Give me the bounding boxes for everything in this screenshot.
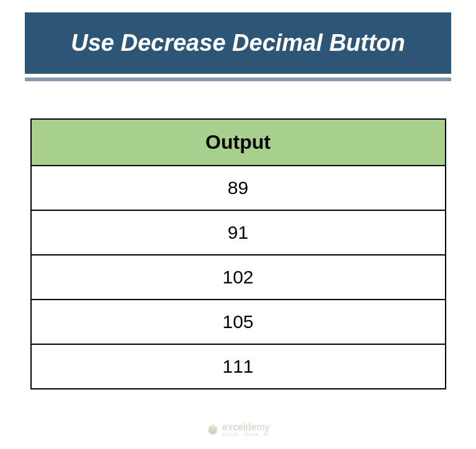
logo-icon [206,424,218,436]
table-row: 105 [31,300,446,344]
output-table: Output 89 91 102 105 111 [30,118,446,389]
output-cell: 91 [31,210,446,255]
page-title: Use Decrease Decimal Button [25,12,451,74]
watermark-text: exceldemy EXCEL · DATA · BI [222,422,269,437]
table-row: 91 [31,210,446,255]
table-row: 89 [31,166,446,210]
watermark: exceldemy EXCEL · DATA · BI [206,422,269,437]
table-row: 102 [31,255,446,300]
table-row: 111 [31,344,446,389]
title-underline [25,78,451,81]
output-cell: 102 [31,255,446,300]
output-cell: 89 [31,166,446,210]
output-cell: 111 [31,344,446,389]
watermark-brand: exceldemy [222,422,269,432]
table-header-row: Output [31,119,446,166]
output-cell: 105 [31,300,446,344]
column-header-output: Output [31,119,446,166]
watermark-tagline: EXCEL · DATA · BI [222,432,269,437]
